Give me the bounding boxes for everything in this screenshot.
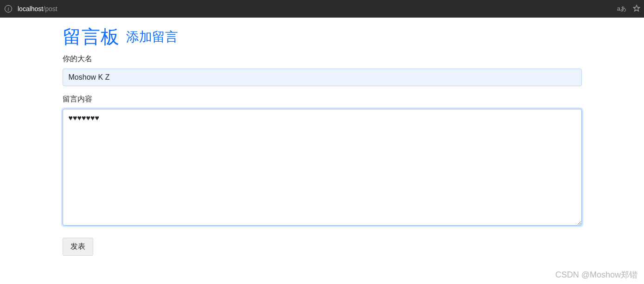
page-title-main: 留言板 [63,26,120,47]
url-display[interactable]: localhost/post [18,5,57,13]
svg-marker-0 [633,5,639,11]
name-label: 你的大名 [63,54,582,64]
watermark: CSDN @Moshow郑锴 [555,269,638,280]
content-textarea[interactable] [63,109,582,226]
favorite-star-icon[interactable] [633,5,640,13]
address-bar-right-icons: aあ [617,5,640,13]
main-container: 留言板 添加留言 你的大名 留言内容 发表 [63,18,582,256]
submit-button[interactable]: 发表 [63,238,93,256]
name-input[interactable] [63,69,582,86]
content-form-group: 留言内容 [63,95,582,227]
info-icon[interactable]: i [5,5,12,13]
translate-icon[interactable]: aあ [617,5,626,13]
content-label: 留言内容 [63,95,582,104]
page-title-sub: 添加留言 [126,30,178,44]
url-path: /post [43,5,57,13]
browser-address-bar: i localhost/post aあ [0,0,644,18]
page-heading: 留言板 添加留言 [63,24,582,50]
name-form-group: 你的大名 [63,54,582,86]
url-host: localhost [18,5,43,13]
